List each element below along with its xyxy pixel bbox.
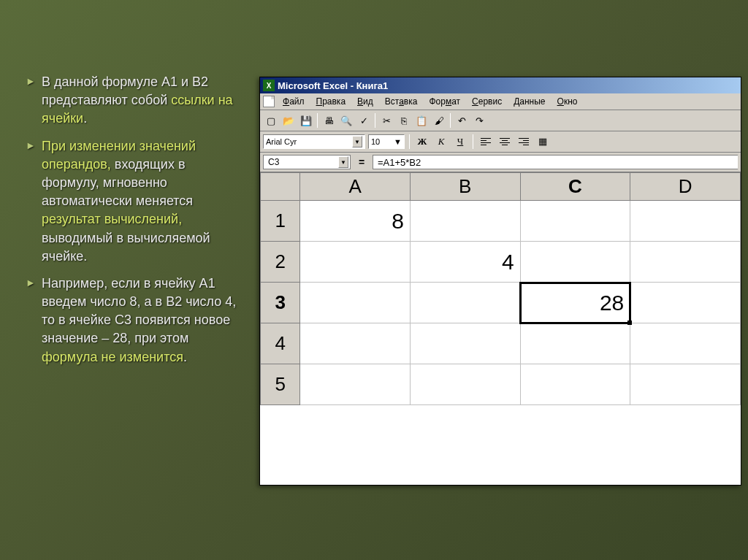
align-left-icon[interactable]	[478, 134, 494, 150]
align-right-icon[interactable]	[516, 134, 532, 150]
separator	[317, 113, 318, 128]
cell-A3[interactable]	[300, 283, 411, 323]
cell-D2[interactable]	[630, 242, 741, 283]
cell-A1[interactable]: 8	[300, 201, 411, 242]
cell-B1[interactable]	[410, 201, 520, 242]
formula-input[interactable]: =A1+5*B2	[373, 155, 738, 169]
bullet-3: Например, если в ячейку А1 введем число …	[26, 275, 241, 367]
cell-C3[interactable]: 28	[520, 283, 630, 323]
formula-bar: C3 ▼ = =A1+5*B2	[260, 153, 741, 172]
col-header-A[interactable]: A	[300, 173, 411, 201]
chevron-down-icon[interactable]: ▼	[338, 156, 348, 168]
menu-window[interactable]: Окно	[554, 95, 581, 108]
chevron-down-icon[interactable]: ▼	[394, 137, 402, 146]
cell-A4[interactable]	[300, 323, 411, 364]
excel-icon: X	[263, 80, 275, 91]
separator	[409, 134, 410, 149]
name-box[interactable]: C3 ▼	[263, 155, 351, 169]
cell-B3[interactable]	[410, 283, 520, 323]
spellcheck-icon[interactable]: ✓	[356, 112, 372, 129]
select-all-corner[interactable]	[261, 173, 300, 201]
menu-data[interactable]: Данные	[510, 95, 549, 108]
cell-A2[interactable]	[300, 242, 411, 283]
italic-button[interactable]: К	[433, 134, 449, 150]
cell-D1[interactable]	[630, 201, 741, 242]
excel-window: X Microsoft Excel - Книга1 Файл Правка В…	[259, 77, 741, 486]
menu-insert[interactable]: Вставка	[381, 95, 421, 108]
open-icon[interactable]: 📂	[280, 112, 297, 129]
paste-icon[interactable]: 📋	[413, 112, 430, 129]
row-header-4[interactable]: 4	[261, 323, 300, 364]
cell-D5[interactable]	[630, 364, 741, 405]
menu-file[interactable]: Файл	[279, 95, 308, 108]
cell-D4[interactable]	[630, 323, 741, 364]
separator	[375, 113, 375, 128]
menu-view[interactable]: Вид	[354, 95, 377, 108]
font-size-select[interactable]: 10 ▼	[368, 134, 405, 149]
cell-C1[interactable]	[520, 201, 630, 242]
cell-C5[interactable]	[520, 364, 630, 405]
formatting-toolbar: Arial Cyr ▼ 10 ▼ Ж К Ч ▦	[260, 131, 741, 153]
save-icon[interactable]: 💾	[298, 112, 314, 129]
menu-edit[interactable]: Правка	[313, 95, 350, 108]
equals-label: =	[354, 156, 370, 168]
col-header-B[interactable]: B	[410, 173, 520, 201]
row-header-1[interactable]: 1	[261, 201, 300, 242]
menu-tools[interactable]: Сервис	[468, 95, 505, 108]
titlebar[interactable]: X Microsoft Excel - Книга1	[260, 77, 741, 93]
copy-icon[interactable]: ⎘	[396, 112, 412, 129]
align-center-icon[interactable]	[497, 134, 513, 150]
cell-D3[interactable]	[630, 283, 741, 323]
slide-text-panel: В данной формуле A1 и B2 представляют со…	[0, 0, 256, 560]
underline-button[interactable]: Ч	[452, 134, 468, 150]
cell-B4[interactable]	[410, 323, 520, 364]
window-title: Microsoft Excel - Книга1	[278, 80, 388, 91]
menubar: Файл Правка Вид Вставка Формат Сервис Да…	[260, 93, 741, 110]
cell-B5[interactable]	[410, 364, 520, 405]
cut-icon[interactable]: ✂	[378, 112, 394, 129]
col-header-D[interactable]: D	[630, 173, 741, 201]
cell-C4[interactable]	[520, 323, 630, 364]
col-header-C[interactable]: C	[520, 173, 630, 201]
undo-icon[interactable]: ↶	[454, 112, 470, 129]
redo-icon[interactable]: ↷	[471, 112, 487, 129]
merge-center-icon[interactable]: ▦	[535, 134, 551, 150]
cell-C2[interactable]	[520, 242, 630, 283]
font-name-select[interactable]: Arial Cyr ▼	[263, 134, 365, 149]
standard-toolbar: ▢ 📂 💾 🖶 🔍 ✓ ✂ ⎘ 📋 🖌 ↶ ↷	[260, 110, 741, 131]
print-icon[interactable]: 🖶	[321, 112, 337, 129]
bullet-2: При изменении значений операндов, входящ…	[26, 137, 241, 266]
cell-B2[interactable]: 4	[410, 242, 520, 283]
format-painter-icon[interactable]: 🖌	[431, 112, 447, 129]
row-header-5[interactable]: 5	[261, 364, 300, 405]
chevron-down-icon[interactable]: ▼	[352, 136, 362, 147]
print-preview-icon[interactable]: 🔍	[338, 112, 354, 129]
bold-button[interactable]: Ж	[414, 134, 430, 150]
separator	[450, 113, 451, 128]
sheet-table: A B C D 182432845	[260, 172, 741, 405]
menu-format[interactable]: Формат	[425, 95, 464, 108]
cell-A5[interactable]	[300, 364, 411, 405]
new-icon[interactable]: ▢	[263, 112, 279, 129]
separator	[473, 134, 473, 149]
spreadsheet-grid[interactable]: A B C D 182432845	[260, 172, 741, 485]
bullet-1: В данной формуле A1 и B2 представляют со…	[26, 73, 241, 129]
document-icon[interactable]	[263, 96, 275, 107]
row-header-2[interactable]: 2	[261, 242, 300, 283]
row-header-3[interactable]: 3	[261, 283, 300, 323]
